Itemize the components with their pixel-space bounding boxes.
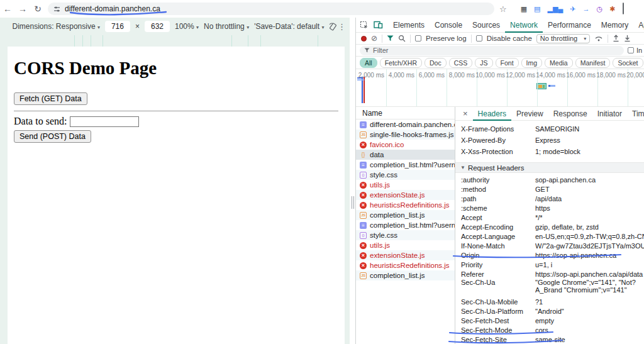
request-type-chip[interactable]: Doc (425, 58, 447, 68)
device-zoom-dropdown[interactable]: 100% ▾ (175, 22, 199, 31)
rotate-device-icon[interactable] (329, 23, 337, 31)
request-type-chip[interactable]: Manifest (575, 58, 611, 68)
media-query-tick (82, 35, 83, 47)
toggle-device-toolbar-icon[interactable] (374, 21, 383, 29)
extension-icon[interactable]: ▂▆▄ (547, 6, 563, 13)
request-row[interactable]: data (356, 150, 455, 160)
filter-funnel-small-icon (364, 48, 370, 53)
url-text[interactable]: different-domain.panchen.ca (65, 4, 160, 13)
request-row[interactable]: favicon.ico (356, 140, 455, 150)
request-header-row: Sec-Fetch-Site same-site (455, 335, 644, 344)
request-row[interactable]: extensionState.js (356, 250, 455, 260)
file-type-icon (360, 152, 367, 158)
divider (14, 111, 338, 111)
pane-resize-handle[interactable] (350, 196, 355, 209)
detail-tab[interactable]: Preview (511, 107, 548, 121)
request-type-chip[interactable]: All (360, 58, 377, 68)
request-type-chip[interactable]: CSS (449, 58, 473, 68)
back-button[interactable]: ← (0, 4, 15, 14)
devtools-tab[interactable]: Memory (596, 18, 633, 33)
request-row[interactable]: single-file-hooks-frames.js (356, 130, 455, 140)
device-toolbar: Dimensions: Responsive ▾ 716 × 632 100% … (0, 18, 350, 35)
detail-tab[interactable]: Timing (627, 107, 644, 121)
device-height-input[interactable]: 632 (145, 21, 170, 32)
extension-icon[interactable]: ✈ (570, 6, 575, 13)
request-type-chip[interactable]: Socket (613, 58, 643, 68)
web-page-viewport: CORS Demo Page Fetch (GET) Data Data to … (8, 47, 345, 344)
request-row[interactable]: different-domain.panchen.ca (356, 119, 455, 130)
extension-icon[interactable]: ✱ (609, 6, 615, 13)
request-type-chip[interactable]: Img (521, 58, 543, 68)
devtools-tab[interactable]: Console (430, 18, 467, 33)
bookmark-star-icon[interactable]: ☆ (499, 4, 507, 14)
devtools-tab[interactable]: Sources (467, 18, 505, 33)
device-throttling-dropdown[interactable]: No throttling ▾ (204, 22, 249, 31)
file-type-icon (360, 272, 367, 279)
devtools-tab[interactable]: Performance (543, 18, 596, 33)
request-header-row: Origin https://sop-api.panchen.ca (455, 250, 644, 260)
detail-tab[interactable]: Response (548, 107, 592, 121)
import-har-icon[interactable] (613, 35, 619, 42)
disable-cache-checkbox[interactable] (476, 35, 482, 42)
request-row[interactable]: style.css (356, 230, 455, 240)
extension-icon[interactable]: ▤ (534, 6, 540, 13)
filter-funnel-icon[interactable] (387, 35, 394, 42)
request-row[interactable]: utils.js (356, 240, 455, 250)
device-toolbar-menu-icon[interactable]: ⋮ (338, 22, 346, 31)
throttling-select[interactable]: No throttling▾ (536, 34, 590, 43)
extension-icon[interactable]: ◷ (596, 6, 602, 13)
reload-button[interactable]: ↻ (30, 4, 45, 14)
network-conditions-icon[interactable] (594, 35, 603, 42)
record-network-log-button[interactable] (361, 36, 367, 42)
devtools-tab[interactable]: Elements (388, 18, 430, 33)
site-settings-icon[interactable] (53, 5, 61, 13)
request-row[interactable]: extensionState.js (356, 190, 455, 200)
waterfall-bar (548, 85, 555, 87)
request-type-chip[interactable]: Font (496, 58, 519, 68)
dimensions-dropdown[interactable]: Dimensions: Responsive ▾ (13, 22, 100, 31)
request-row[interactable]: completion_list.js (356, 210, 455, 220)
fetch-get-button[interactable]: Fetch (GET) Data (14, 92, 87, 105)
extension-icon[interactable]: → (582, 6, 589, 13)
request-row[interactable]: style.css (356, 170, 455, 180)
file-type-icon (360, 141, 367, 148)
devtools-tab[interactable]: Application (633, 18, 644, 33)
request-header-row: Priority u=1, i (455, 260, 644, 269)
close-detail-icon[interactable]: × (459, 109, 472, 118)
request-row[interactable]: completion_list.js (356, 270, 455, 280)
domcontentloaded-marker (362, 77, 363, 103)
request-row[interactable]: utils.js (356, 180, 455, 190)
request-headers-section-header[interactable]: ▼ Request Headers (455, 162, 644, 173)
request-row[interactable]: heuristicsRedefinitions.js (356, 200, 455, 210)
media-query-tick (231, 35, 232, 47)
device-emulation-pane: Dimensions: Responsive ▾ 716 × 632 100% … (0, 18, 350, 344)
filter-input[interactable]: Filter (360, 46, 624, 55)
network-overview-timeline[interactable]: 2,000 ms4,000 ms6,000 ms8,000 ms10,000 m… (356, 69, 644, 107)
request-type-chip[interactable]: Media (545, 58, 573, 68)
extensions-puzzle-icon[interactable] (623, 3, 624, 14)
request-row[interactable]: completion_list.html?userna... (356, 220, 455, 230)
name-column-header[interactable]: Name (356, 107, 455, 119)
device-width-input[interactable]: 716 (105, 21, 130, 32)
detail-tab[interactable]: Headers (473, 107, 511, 121)
request-header-row: Accept */* (455, 213, 644, 222)
save-data-dropdown[interactable]: 'Save-Data': default ▾ (254, 22, 324, 31)
devtools-tab[interactable]: Network (505, 18, 543, 33)
clear-network-log-icon[interactable]: ⊘ (371, 34, 377, 43)
invert-filter-checkbox[interactable] (628, 47, 634, 53)
preserve-log-checkbox[interactable] (415, 35, 421, 42)
request-type-chip[interactable]: Fetch/XHR (380, 58, 422, 68)
request-row[interactable]: heuristicsRedefinitions.js (356, 260, 455, 270)
export-har-icon[interactable] (624, 35, 631, 42)
forward-button[interactable]: → (15, 4, 30, 14)
detail-tab[interactable]: Initiator (592, 107, 627, 121)
data-to-send-input[interactable] (70, 116, 139, 127)
inspect-element-icon[interactable] (360, 21, 369, 30)
search-icon[interactable] (398, 35, 406, 42)
request-row[interactable]: completion_list.html?userna... (356, 160, 455, 170)
address-bar[interactable]: different-domain.panchen.ca (48, 3, 494, 15)
request-type-chip[interactable]: JS (475, 58, 492, 68)
extension-icon[interactable]: ▦ (521, 6, 527, 13)
send-post-button[interactable]: Send (POST) Data (14, 130, 91, 143)
request-detail-panel: × HeadersPreviewResponseInitiatorTiming … (455, 107, 644, 344)
